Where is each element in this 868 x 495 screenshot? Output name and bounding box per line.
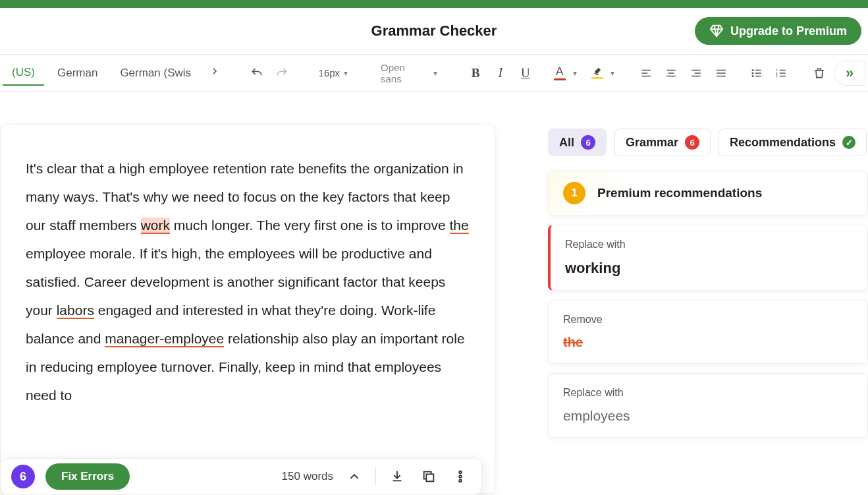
fix-errors-button[interactable]: Fix Errors [45,463,130,490]
copy-button[interactable] [418,466,439,487]
font-family-value: Open sans [381,62,428,84]
text-editor[interactable]: It's clear that a high employee retentio… [0,125,495,494]
upgrade-premium-button[interactable]: Upgrade to Premium [695,17,861,45]
highlight-button[interactable] [588,63,607,84]
align-justify-button[interactable] [711,63,732,84]
svg-point-14 [459,475,462,478]
check-icon: ✓ [842,136,855,149]
lang-tab-german-swiss[interactable]: German (Swis [111,61,200,85]
editor-wrap: It's clear that a high employee retentio… [0,92,506,495]
header: Grammar Checker Upgrade to Premium [0,8,868,55]
suggestion-action-label: Replace with [563,387,853,399]
editor-text: much longer. The very first one is to im… [170,218,449,233]
lang-tab-us[interactable]: (US) [3,61,44,86]
error-word-manager-employee[interactable]: manager-employee [105,331,224,347]
delete-button[interactable] [809,63,830,84]
suggestion-card[interactable]: Replace with employees [548,373,868,438]
underline-button[interactable]: U [515,63,536,84]
suggestion-remove-text: the [563,335,853,350]
chevron-down-icon: ▾ [433,69,437,78]
error-word-the[interactable]: the [450,218,469,234]
align-center-button[interactable] [661,63,682,84]
expand-toolbar-button[interactable]: » [834,61,865,86]
svg-point-0 [751,69,753,71]
undo-button[interactable] [246,63,267,84]
toolbar: (US) German German (Swis 16px ▾ Open san… [0,55,868,92]
suggestion-text: employees [563,408,853,424]
word-count: 150 words [282,470,333,483]
tab-recommendations[interactable]: Recommendations ✓ [719,129,867,156]
tab-all[interactable]: All 6 [548,129,607,156]
chevron-down-icon[interactable]: ▾ [610,69,614,78]
lang-scroll-right[interactable] [204,66,225,80]
redo-button[interactable] [271,63,292,84]
align-left-button[interactable] [636,63,657,84]
svg-text:3: 3 [776,74,778,78]
suggestion-card[interactable]: Replace with working [548,225,868,291]
suggestions-sidebar: All 6 Grammar 6 Recommendations ✓ 1 Prem… [506,92,868,495]
diamond-icon [709,24,724,38]
chevron-down-icon: ▾ [344,69,348,78]
download-button[interactable] [387,466,408,487]
bold-button[interactable]: B [465,63,486,84]
font-family-select[interactable]: Open sans ▾ [374,62,444,84]
svg-rect-12 [426,474,433,481]
svg-point-13 [459,471,462,474]
suggestion-card[interactable]: Remove the [548,300,868,364]
suggestion-action-label: Remove [563,314,853,326]
more-button[interactable] [450,466,471,487]
font-size-select[interactable]: 16px ▾ [313,67,354,78]
bullet-list-button[interactable] [746,63,767,84]
svg-rect-5 [755,75,761,76]
svg-rect-9 [780,73,786,74]
page-title: Grammar Checker [371,22,497,40]
tab-count-badge: 6 [685,135,699,150]
tab-grammar[interactable]: Grammar 6 [614,129,711,156]
svg-rect-7 [780,69,786,71]
svg-rect-3 [755,73,761,74]
top-accent-bar [0,0,868,8]
error-count-badge[interactable]: 6 [11,465,35,488]
tab-count-badge: 6 [581,135,595,150]
collapse-button[interactable] [344,466,365,487]
tab-label: Grammar [626,136,678,150]
error-word-work[interactable]: work [141,218,170,234]
svg-point-2 [751,72,753,74]
premium-recommendations-card[interactable]: 1 Premium recommendations [548,171,868,216]
tab-label: All [559,136,574,150]
error-word-labors[interactable]: labors [57,303,94,319]
text-color-button[interactable]: A [551,63,569,84]
premium-button-label: Upgrade to Premium [730,24,847,38]
chevron-down-icon[interactable]: ▾ [573,69,577,78]
suggestion-text: working [565,260,853,277]
bottom-toolbar: 6 Fix Errors 150 words [0,458,482,495]
tab-label: Recommendations [730,136,836,150]
svg-rect-1 [755,69,761,71]
premium-label: Premium recommendations [597,186,762,200]
sidebar-tabs: All 6 Grammar 6 Recommendations ✓ [548,129,868,156]
lang-tab-german[interactable]: German [48,61,107,85]
svg-point-15 [459,480,462,482]
numbered-list-button[interactable]: 123 [771,63,792,84]
align-right-button[interactable] [686,63,707,84]
italic-button[interactable]: I [490,63,511,84]
font-size-value: 16px [319,67,340,78]
premium-count-badge: 1 [563,182,585,204]
svg-rect-11 [780,75,786,76]
main-area: It's clear that a high employee retentio… [0,92,868,495]
svg-point-4 [751,75,753,77]
suggestion-action-label: Replace with [565,239,853,250]
